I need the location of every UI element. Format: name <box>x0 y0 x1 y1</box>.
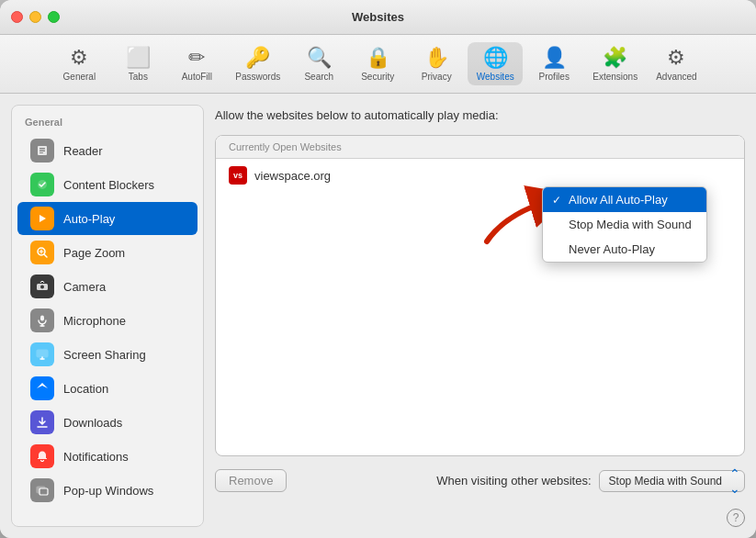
toolbar-label-extensions: Extensions <box>592 72 638 82</box>
auto-play-icon <box>30 207 54 230</box>
traffic-lights <box>11 11 60 23</box>
other-websites-row: When visiting other websites: Stop Media… <box>436 470 745 492</box>
profiles-icon: 👤 <box>542 46 567 70</box>
svg-line-7 <box>44 254 47 257</box>
checkmark-icon: ✓ <box>552 194 561 207</box>
microphone-icon <box>30 308 54 332</box>
help-button[interactable]: ? <box>727 509 745 527</box>
toolbar-item-profiles[interactable]: 👤 Profiles <box>526 42 581 85</box>
toolbar-label-general: General <box>63 72 96 82</box>
downloads-icon <box>30 410 54 434</box>
notifications-icon <box>30 444 54 468</box>
select-chevron-icon: ⌃⌄ <box>729 466 740 496</box>
svg-rect-2 <box>39 151 45 152</box>
content-area: General Reader Content Blockers Auto-Pla… <box>0 94 756 538</box>
dropdown-item-label-allow-all: Allow All Auto-Play <box>569 193 668 207</box>
bottom-row: Remove When visiting other websites: Sto… <box>215 465 745 496</box>
sidebar-item-label-notifications: Notifications <box>63 450 129 464</box>
sidebar-item-notifications[interactable]: Notifications <box>17 440 197 473</box>
content-blockers-icon <box>30 173 54 196</box>
toolbar-item-extensions[interactable]: 🧩 Extensions <box>585 42 645 85</box>
toolbar-label-profiles: Profiles <box>539 72 570 82</box>
toolbar-label-search: Search <box>304 72 333 82</box>
toolbar-label-passwords: Passwords <box>235 72 280 82</box>
autofill-icon: ✏ <box>188 46 205 70</box>
toolbar-label-privacy: Privacy <box>422 72 452 82</box>
sidebar-item-content-blockers[interactable]: Content Blockers <box>17 168 197 201</box>
toolbar-item-websites[interactable]: 🌐 Websites <box>468 42 523 85</box>
sidebar-item-auto-play[interactable]: Auto-Play <box>17 202 197 235</box>
website-row: vs viewspace.org ✓ Allow All Auto-Play S… <box>216 159 744 192</box>
sidebar-item-popup-windows[interactable]: Pop-up Windows <box>17 474 197 507</box>
reader-icon <box>30 139 54 163</box>
privacy-icon: ✋ <box>424 46 449 70</box>
toolbar-item-tabs[interactable]: ⬜ Tabs <box>110 42 165 85</box>
screen-sharing-icon <box>30 342 54 366</box>
extensions-icon: 🧩 <box>603 46 627 70</box>
dropdown-popup: ✓ Allow All Auto-Play Stop Media with So… <box>542 186 707 263</box>
toolbar-label-autofill: AutoFill <box>182 72 212 82</box>
sidebar-item-label-downloads: Downloads <box>63 416 122 430</box>
toolbar-label-security: Security <box>361 72 394 82</box>
title-bar: Websites <box>0 0 756 35</box>
help-icon-container: ? <box>215 505 745 527</box>
other-websites-value: Stop Media with Sound <box>609 475 722 488</box>
popup-windows-icon <box>30 478 54 502</box>
toolbar-label-tabs: Tabs <box>129 72 148 82</box>
sidebar-item-page-zoom[interactable]: Page Zoom <box>17 236 197 269</box>
sidebar-item-screen-sharing[interactable]: Screen Sharing <box>17 338 197 371</box>
websites-icon: 🌐 <box>483 46 508 70</box>
sidebar-item-label-reader: Reader <box>63 144 103 158</box>
toolbar-item-security[interactable]: 🔒 Security <box>350 42 405 85</box>
svg-rect-3 <box>39 152 43 153</box>
dropdown-item-never[interactable]: Never Auto-Play <box>543 237 706 262</box>
toolbar-item-general[interactable]: ⚙ General <box>51 42 107 85</box>
website-favicon: vs <box>229 166 247 185</box>
toolbar-item-passwords[interactable]: 🔑 Passwords <box>228 42 288 85</box>
minimize-button[interactable] <box>29 11 41 23</box>
other-websites-label: When visiting other websites: <box>436 474 591 488</box>
svg-point-11 <box>40 286 44 289</box>
websites-box-header: Currently Open Websites <box>216 136 744 159</box>
svg-rect-1 <box>39 148 45 150</box>
toolbar-item-advanced[interactable]: ⚙ Advanced <box>649 42 704 85</box>
other-websites-select[interactable]: Stop Media with Sound ⌃⌄ <box>599 470 745 492</box>
toolbar-label-websites: Websites <box>477 72 514 82</box>
sidebar-item-label-camera: Camera <box>63 280 106 294</box>
page-zoom-icon <box>30 241 54 264</box>
toolbar-item-search[interactable]: 🔍 Search <box>291 42 346 85</box>
passwords-icon: 🔑 <box>245 46 270 70</box>
sidebar-item-microphone[interactable]: Microphone <box>17 304 197 337</box>
websites-box: Currently Open Websites vs viewspace.org… <box>215 135 745 456</box>
sidebar-item-camera[interactable]: Camera <box>17 270 197 303</box>
sidebar-section-general: General <box>12 113 203 133</box>
toolbar-label-advanced: Advanced <box>656 72 696 82</box>
main-description: Allow the websites below to automaticall… <box>215 105 745 126</box>
sidebar-item-location[interactable]: Location <box>17 372 197 405</box>
sidebar-item-reader[interactable]: Reader <box>17 134 197 167</box>
sidebar-item-label-auto-play: Auto-Play <box>63 212 115 226</box>
maximize-button[interactable] <box>48 11 60 23</box>
svg-marker-5 <box>39 215 46 222</box>
svg-rect-12 <box>40 316 44 321</box>
sidebar-item-label-page-zoom: Page Zoom <box>63 246 125 260</box>
remove-button[interactable]: Remove <box>215 469 287 492</box>
svg-rect-20 <box>39 488 48 495</box>
dropdown-item-stop-media[interactable]: Stop Media with Sound <box>543 212 706 237</box>
advanced-icon: ⚙ <box>667 46 685 70</box>
dropdown-item-allow-all[interactable]: ✓ Allow All Auto-Play <box>543 187 706 212</box>
camera-icon <box>30 275 54 298</box>
sidebar-item-label-content-blockers: Content Blockers <box>63 178 154 192</box>
security-icon: 🔒 <box>366 46 390 70</box>
toolbar-item-autofill[interactable]: ✏ AutoFill <box>169 42 224 85</box>
dropdown-item-label-stop-media: Stop Media with Sound <box>569 218 692 231</box>
location-icon <box>30 376 54 400</box>
main-window: Websites ⚙ General ⬜ Tabs ✏ AutoFill 🔑 P… <box>0 0 756 538</box>
sidebar-item-label-screen-sharing: Screen Sharing <box>63 348 146 362</box>
svg-rect-15 <box>37 350 48 357</box>
sidebar-item-downloads[interactable]: Downloads <box>17 406 197 439</box>
toolbar-item-privacy[interactable]: ✋ Privacy <box>409 42 464 85</box>
toolbar: ⚙ General ⬜ Tabs ✏ AutoFill 🔑 Passwords … <box>0 35 756 94</box>
search-icon: 🔍 <box>307 46 332 70</box>
close-button[interactable] <box>11 11 23 23</box>
